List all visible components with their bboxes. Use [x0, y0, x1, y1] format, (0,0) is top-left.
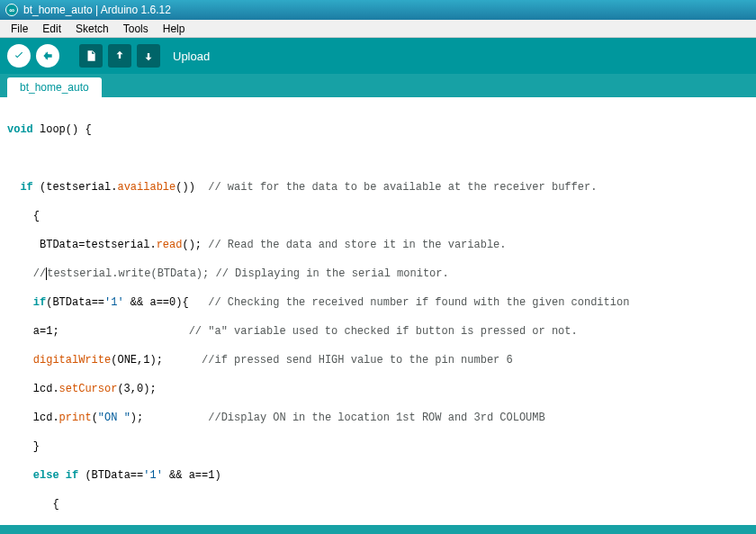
code-token: //: [7, 267, 46, 280]
new-button[interactable]: [79, 44, 103, 68]
toolbar-status-label: Upload: [173, 50, 210, 63]
code-token: digitalWrite: [33, 354, 111, 367]
code-token: '1': [104, 296, 124, 309]
code-token: available: [117, 181, 176, 194]
code-token: '1': [143, 469, 163, 482]
code-token: if: [7, 296, 46, 309]
code-token: loop() {: [33, 123, 92, 136]
code-token: lcd.: [7, 383, 59, 395]
code-token: (3,0);: [117, 383, 156, 395]
code-token: {: [7, 210, 40, 222]
code-token: );: [130, 412, 208, 424]
tab-bar: bt_home_auto: [0, 74, 756, 97]
code-token: void: [7, 123, 33, 136]
code-token: // Read the data and store it in the var…: [208, 239, 506, 251]
code-token: ()): [176, 181, 208, 194]
menu-edit[interactable]: Edit: [35, 21, 68, 37]
code-token: // wait for the data to be available at …: [208, 181, 597, 194]
code-token: (ONE,1);: [111, 354, 202, 367]
code-token: // "a" variable used to checked if butto…: [189, 325, 578, 338]
code-token: && a==0){: [124, 296, 209, 309]
window-titlebar: ∞ bt_home_auto | Arduino 1.6.12: [0, 0, 756, 20]
code-token: // Checking the received number if found…: [208, 296, 629, 309]
menu-help[interactable]: Help: [156, 21, 193, 37]
code-token: {: [7, 498, 59, 511]
code-token: read: [157, 239, 183, 251]
tab-sketch[interactable]: bt_home_auto: [7, 77, 102, 97]
code-token: (BTData==: [46, 296, 104, 309]
code-token: [7, 354, 33, 367]
save-button[interactable]: [137, 44, 160, 68]
menu-bar: File Edit Sketch Tools Help: [0, 20, 756, 38]
code-token: //if pressed send HIGH value to the pin …: [202, 354, 513, 367]
arduino-logo-icon: ∞: [5, 4, 18, 16]
verify-button[interactable]: [7, 44, 31, 68]
code-token: print: [59, 412, 92, 424]
code-token: (: [92, 412, 98, 424]
toolbar: Upload: [0, 38, 756, 74]
window-title: bt_home_auto | Arduino 1.6.12: [23, 4, 171, 16]
code-token: && a==1): [163, 469, 221, 482]
code-token: }: [7, 440, 40, 453]
menu-tools[interactable]: Tools: [116, 21, 156, 37]
code-token: else: [7, 469, 59, 482]
code-token: if: [59, 469, 79, 482]
menu-sketch[interactable]: Sketch: [68, 21, 116, 37]
code-token: BTData=testserial.: [7, 239, 157, 251]
menu-file[interactable]: File: [4, 21, 35, 37]
code-token: a=1;: [7, 325, 189, 338]
code-token: if: [7, 181, 33, 194]
code-token: lcd.: [7, 412, 59, 424]
code-token: (testserial.: [33, 181, 118, 194]
code-token: testserial.write(BTData); // Displaying …: [47, 267, 448, 280]
upload-button[interactable]: [36, 44, 59, 68]
code-token: //Display ON in the location 1st ROW and…: [208, 412, 544, 424]
code-token: ();: [182, 239, 208, 251]
code-editor[interactable]: void loop() { if (testserial.available()…: [0, 97, 756, 525]
code-token: (BTData==: [78, 469, 143, 482]
open-button[interactable]: [108, 44, 131, 68]
code-token: setCursor: [59, 383, 118, 395]
code-token: "ON ": [98, 412, 130, 424]
status-bar: [0, 525, 756, 534]
